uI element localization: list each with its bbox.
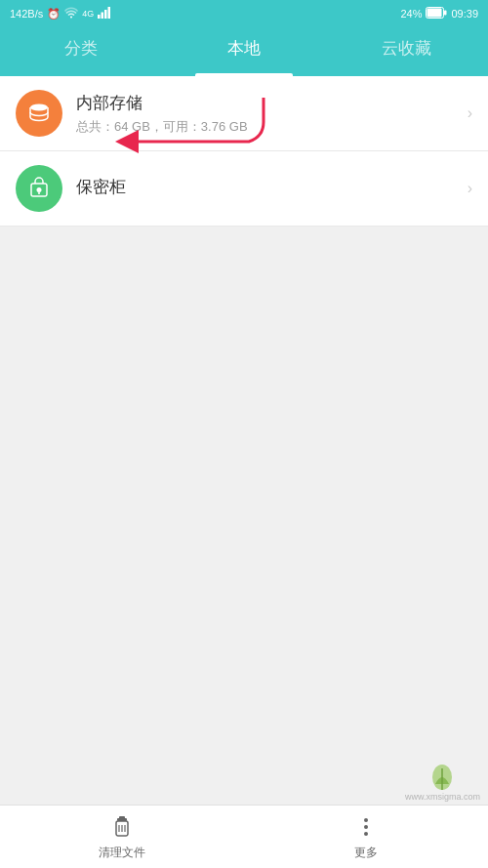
tab-cloud[interactable]: 云收藏 <box>325 27 488 76</box>
watermark-logo <box>424 763 461 792</box>
nav-more[interactable]: 更多 <box>244 813 488 861</box>
empty-area <box>0 227 488 783</box>
svg-point-17 <box>364 818 368 822</box>
svg-rect-5 <box>427 9 442 18</box>
battery-icon <box>426 7 447 21</box>
storage-subtitle: 总共：64 GB，可用：3.76 GB <box>76 118 460 136</box>
watermark: www.xmsigma.com <box>405 763 480 802</box>
internal-storage-item[interactable]: 内部存储 总共：64 GB，可用：3.76 GB › <box>0 76 488 151</box>
svg-point-9 <box>37 187 42 192</box>
more-icon <box>352 813 380 841</box>
svg-rect-6 <box>444 11 447 16</box>
watermark-text: www.xmsigma.com <box>405 792 480 802</box>
vault-text: 保密柜 <box>76 176 460 202</box>
alarm-icon: ⏰ <box>47 8 61 21</box>
storage-icon-container <box>16 90 62 137</box>
clean-icon <box>108 813 136 841</box>
svg-rect-2 <box>104 10 107 19</box>
time-display: 09:39 <box>451 8 478 20</box>
storage-icon <box>26 101 52 126</box>
vault-arrow-icon: › <box>468 180 472 197</box>
clean-label: 清理文件 <box>99 845 145 861</box>
vault-icon-container <box>16 165 62 212</box>
storage-arrow-icon: › <box>468 104 472 122</box>
battery-percent: 24% <box>400 8 422 20</box>
speed-indicator: 142B/s <box>10 8 43 20</box>
vault-title: 保密柜 <box>76 176 460 198</box>
status-right: 24% 09:39 <box>400 7 478 21</box>
svg-rect-3 <box>108 7 111 19</box>
tab-local[interactable]: 本地 <box>163 27 326 76</box>
signal-icon <box>98 7 111 21</box>
more-label: 更多 <box>354 845 378 861</box>
wifi-icon <box>64 7 78 21</box>
content-area: 内部存储 总共：64 GB，可用：3.76 GB › 保密柜 › <box>0 76 488 805</box>
tab-bar: 分类 本地 云收藏 <box>0 27 488 76</box>
svg-rect-1 <box>102 13 104 20</box>
svg-rect-10 <box>38 192 40 195</box>
status-left: 142B/s ⏰ 4G <box>10 7 111 21</box>
storage-list: 内部存储 总共：64 GB，可用：3.76 GB › 保密柜 › <box>0 76 488 227</box>
status-bar: 142B/s ⏰ 4G 24% <box>0 0 488 27</box>
svg-point-18 <box>364 825 368 829</box>
storage-text: 内部存储 总共：64 GB，可用：3.76 GB <box>76 92 460 136</box>
vault-item[interactable]: 保密柜 › <box>0 151 488 227</box>
network-icon: 4G <box>82 9 94 19</box>
svg-rect-12 <box>119 816 125 819</box>
tab-category[interactable]: 分类 <box>0 27 163 76</box>
svg-point-19 <box>364 832 368 836</box>
svg-rect-0 <box>98 15 101 19</box>
svg-point-7 <box>30 104 48 111</box>
nav-clean[interactable]: 清理文件 <box>0 813 244 861</box>
storage-title: 内部存储 <box>76 92 460 114</box>
vault-icon <box>26 176 52 201</box>
bottom-nav: 清理文件 更多 <box>0 805 488 868</box>
